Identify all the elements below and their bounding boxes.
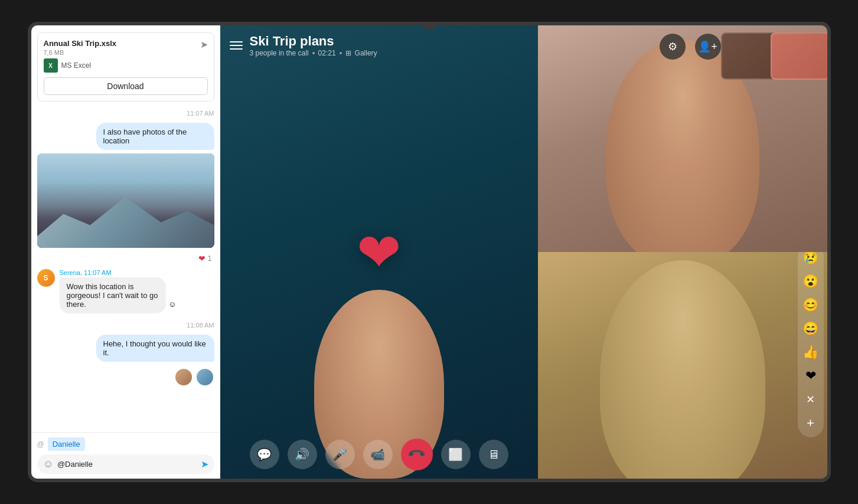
mic-button[interactable]: 🎤 xyxy=(325,440,355,469)
timestamp-2: 11:08 AM xyxy=(37,322,214,329)
forward-icon[interactable]: ➤ xyxy=(200,39,208,50)
message-bubble-1: I also have photos of the location xyxy=(96,123,214,150)
call-meta: 3 people in the call 02:21 ⊞ Gallery xyxy=(250,49,377,57)
mention-label: @ xyxy=(37,440,44,449)
participant-2-video xyxy=(538,252,827,479)
file-name: Annual Ski Trip.xslx xyxy=(44,39,117,48)
chat-photo[interactable] xyxy=(37,153,214,248)
video-button[interactable]: 📹 xyxy=(363,440,393,469)
reaction-close-btn[interactable]: ✕ xyxy=(800,389,821,410)
call-controls: 💬 🔊 🎤 📹 📞 ⬜ 🖥 xyxy=(250,438,508,470)
chat-input-area: @ Danielle ☺ ➤ xyxy=(31,432,220,479)
chat-panel: Annual Ski Trip.xslx 7,6 MB ➤ X MS Excel… xyxy=(31,25,220,479)
input-row: ☺ ➤ xyxy=(37,454,214,474)
send-button[interactable]: ➤ xyxy=(201,459,208,470)
heart-reaction[interactable]: ❤ xyxy=(198,254,205,263)
call-title: Ski Trip plans xyxy=(250,34,377,49)
call-meta-people: 3 people in the call xyxy=(250,49,309,57)
file-size: 7,6 MB xyxy=(44,49,117,56)
settings-button[interactable]: ⚙ xyxy=(660,34,686,60)
gallery-icon: ⊞ xyxy=(345,49,351,57)
serena-sender: Serena, 11:07 AM xyxy=(60,269,214,276)
pip-video-2[interactable] xyxy=(771,32,827,80)
serena-message-content: Serena, 11:07 AM Wow this location is go… xyxy=(60,269,214,313)
presenter-video xyxy=(220,25,538,479)
gear-icon: ⚙ xyxy=(668,40,677,53)
call-meta-gallery[interactable]: Gallery xyxy=(355,49,377,57)
call-header: Ski Trip plans 3 people in the call 02:2… xyxy=(220,25,387,66)
emoji-button[interactable]: ☺ xyxy=(43,458,54,470)
video-grid: ⚙ 👤+ 😢 😮 😊 😄 👍 ❤ ✕ + xyxy=(538,25,827,479)
add-person-icon: 👤+ xyxy=(698,40,717,53)
screen-share-button[interactable]: 🖥 xyxy=(479,440,508,469)
device-notch xyxy=(423,25,435,30)
message-bubble-3: Hehe, I thought you would like it. xyxy=(96,335,214,362)
presenter-face xyxy=(220,25,538,479)
call-settings-row: ⚙ 👤+ xyxy=(660,34,721,60)
hamburger-menu[interactable] xyxy=(230,41,243,50)
avatar-1 xyxy=(174,368,193,387)
serena-avatar: S xyxy=(37,269,55,287)
add-person-button[interactable]: 👤+ xyxy=(695,34,721,60)
mention-tag[interactable]: Danielle xyxy=(48,437,85,451)
video-top: ⚙ 👤+ xyxy=(538,25,827,252)
file-card: Annual Ski Trip.xslx 7,6 MB ➤ X MS Excel… xyxy=(37,32,214,102)
message-row-serena: S Serena, 11:07 AM Wow this location is … xyxy=(37,269,214,313)
device-frame: Annual Ski Trip.xslx 7,6 MB ➤ X MS Excel… xyxy=(28,22,831,482)
reaction-panel: 😢 😮 😊 😄 👍 ❤ ✕ + xyxy=(798,252,824,437)
mountain-image xyxy=(37,153,214,248)
chat-messages: Annual Ski Trip.xslx 7,6 MB ➤ X MS Excel… xyxy=(31,25,220,432)
download-button[interactable]: Download xyxy=(44,77,208,95)
video-call-area: Ski Trip plans 3 people in the call 02:2… xyxy=(220,25,538,479)
timestamp-1: 11:07 AM xyxy=(37,110,214,117)
video-bottom: 😢 😮 😊 😄 👍 ❤ ✕ + xyxy=(538,252,827,479)
reaction-surprised[interactable]: 😮 xyxy=(800,271,821,292)
reaction-heart-btn[interactable]: ❤ xyxy=(800,365,821,387)
serena-bubble: Wow this location is gorgeous! I can't w… xyxy=(60,277,166,313)
message-input[interactable] xyxy=(57,460,197,469)
reaction-add-btn[interactable]: + xyxy=(800,413,821,434)
call-title-group: Ski Trip plans 3 people in the call 02:2… xyxy=(250,34,377,57)
reaction-smile[interactable]: 😊 xyxy=(800,294,821,316)
call-meta-time: 02:21 xyxy=(318,49,336,57)
volume-button[interactable]: 🔊 xyxy=(288,440,317,469)
end-call-button[interactable]: 📞 xyxy=(394,432,439,477)
reaction-count: 1 xyxy=(208,254,212,263)
chat-toggle-button[interactable]: 💬 xyxy=(250,440,279,469)
reaction-laugh[interactable]: 😄 xyxy=(800,318,821,339)
file-type-label: MS Excel xyxy=(61,61,92,70)
avatar-2 xyxy=(195,368,214,387)
reaction-thumbsup[interactable]: 👍 xyxy=(800,342,821,363)
share-button[interactable]: ⬜ xyxy=(441,440,471,469)
reaction-crying[interactable]: 😢 xyxy=(800,252,821,269)
excel-icon: X xyxy=(44,58,58,73)
emoji-reaction-btn[interactable]: ☺ xyxy=(168,300,176,309)
